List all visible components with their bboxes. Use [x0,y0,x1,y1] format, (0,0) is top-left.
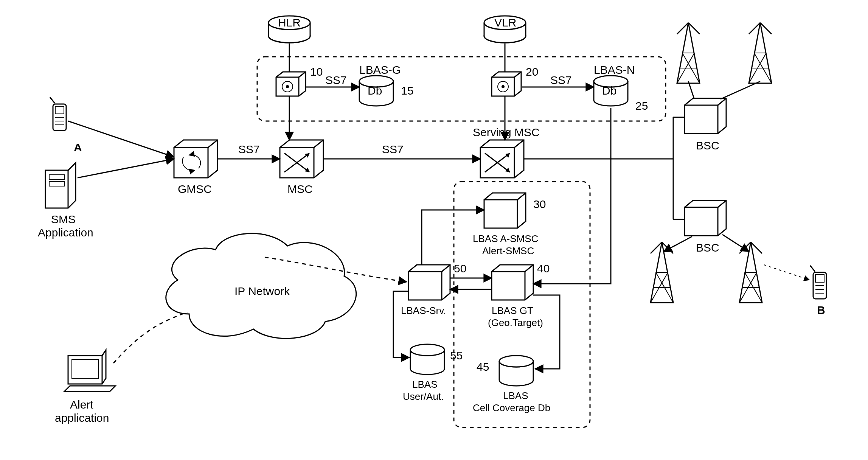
label-a: A [74,141,82,154]
serving-msc-label: Serving MSC [473,126,540,138]
phone-b [810,266,826,299]
bsc-2 [685,200,726,236]
svg-point-109 [499,356,533,367]
svg-line-5 [50,97,55,103]
tower-4 [739,242,762,303]
lbas-user-aut-1: LBAS [412,379,438,390]
lbas-asmsc-label-2: Alert-SMSC [482,245,534,256]
gmsc-label: GMSC [178,183,212,195]
n40-label: 40 [537,262,550,275]
link-alert-cloud [113,312,187,363]
link-bsc2-tower3 [664,236,692,252]
tower-3 [651,242,673,303]
link-phone-a-gmsc [68,121,174,157]
hlr-label: HLR [278,16,301,29]
n20-label: 20 [526,65,538,78]
lbas-cell-2: Cell Coverage Db [473,402,550,413]
probe-10 [276,72,306,96]
label-b: B [817,304,825,316]
lbas-user-aut-db [410,344,444,375]
lbas-n-label-1: LBAS-N [594,64,635,76]
n25-label: 25 [635,99,648,112]
lbas-cell-db [499,356,533,386]
ss7-msc-smsc: SS7 [382,143,404,155]
gmsc-router [174,140,217,178]
msc-switch [280,140,323,178]
svg-marker-6 [45,163,76,208]
lbas-user-aut-2: User/Aut. [403,391,444,402]
ip-network-cloud: IP Network [166,233,356,339]
lbas-g-label-1: LBAS-G [359,64,401,76]
tower-1 [677,23,700,83]
phone-a [50,97,66,131]
svg-marker-15 [64,386,115,392]
bsc-1 [685,98,726,134]
lbas-cell-1: LBAS [503,390,528,401]
ss7-probe10: SS7 [325,74,347,86]
serving-msc-switch [480,140,524,178]
vlr-label: VLR [494,16,516,29]
svg-point-51 [502,85,505,88]
n30-label: 30 [533,198,546,210]
n10-label: 10 [310,65,323,78]
bsc2-label: BSC [696,241,719,254]
n55-label: 55 [450,349,463,362]
alert-app-label-2: application [55,412,109,424]
n50-label: 50 [454,262,466,275]
probe-20 [492,72,521,96]
sms-application-server [45,163,76,208]
link-bsc2-tower4 [722,235,749,252]
lbas-srv-box [408,265,450,300]
sms-app-label-1: SMS [51,213,76,225]
ss7-gmsc-msc: SS7 [238,143,260,155]
tower-2 [749,23,772,83]
link-smsapp-gmsc [78,159,174,178]
lbas-gt-label-2: (Geo.Target) [488,317,543,328]
svg-point-108 [410,344,444,356]
link-bsc1-tower1 [688,81,694,98]
alert-app-label-1: Alert [70,398,93,411]
n45-label: 45 [477,361,489,373]
link-gt-celldb [533,295,560,369]
lbas-asmsc-box [484,193,526,228]
lbas-gt-box [492,265,533,300]
lbas-g-label-2: Db [368,84,382,97]
svg-line-95 [810,266,815,272]
alert-application [64,350,115,392]
lbas-n-label-2: Db [602,84,616,97]
link-bsc1-tower2 [720,81,760,99]
msc-label: MSC [287,183,313,195]
ss7-probe20: SS7 [550,74,572,86]
svg-rect-14 [72,359,98,378]
svg-point-45 [286,85,289,88]
bsc1-label: BSC [696,139,719,152]
link-srv-useraut [393,291,409,357]
sms-app-label-2: Application [38,226,93,239]
lbas-asmsc-label-1: LBAS A-SMSC [473,233,538,244]
link-tower4-phone-b [764,265,809,280]
n15-label: 15 [401,84,413,97]
lbas-srv-label: LBAS-Srv. [401,305,446,316]
ip-network-label: IP Network [234,285,290,297]
lbas-gt-label-1: LBAS GT [492,305,533,316]
